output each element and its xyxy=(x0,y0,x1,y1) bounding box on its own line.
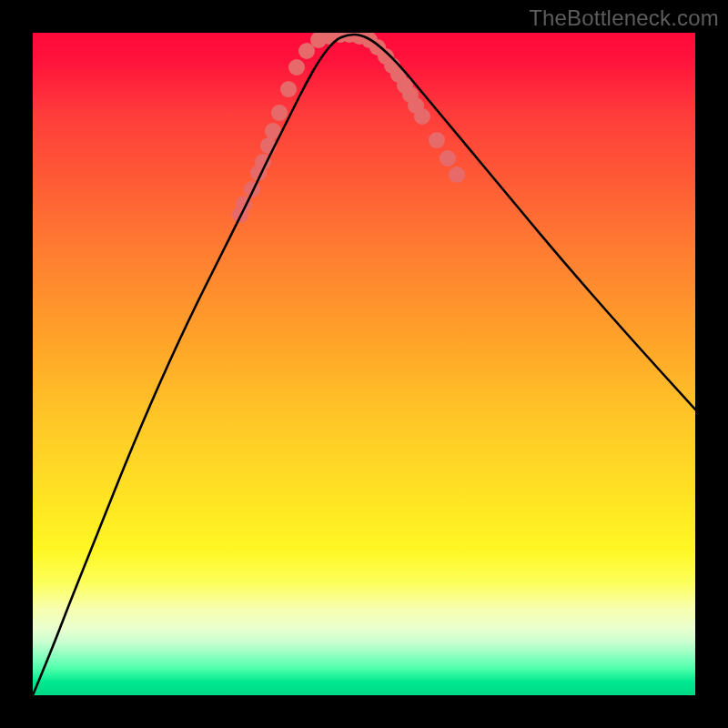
highlight-dot xyxy=(449,167,465,183)
watermark-text: TheBottleneck.com xyxy=(529,5,719,31)
highlight-dot xyxy=(280,81,297,97)
highlight-dot xyxy=(414,108,430,125)
highlight-dot xyxy=(429,132,445,148)
curve-svg xyxy=(33,33,695,695)
highlight-dot xyxy=(271,105,288,121)
highlight-dots-group xyxy=(232,33,465,223)
highlight-dot xyxy=(288,59,305,76)
highlight-dot xyxy=(440,150,456,167)
bottleneck-curve xyxy=(33,35,695,695)
chart-frame: TheBottleneck.com xyxy=(0,0,728,728)
plot-area xyxy=(33,33,695,695)
